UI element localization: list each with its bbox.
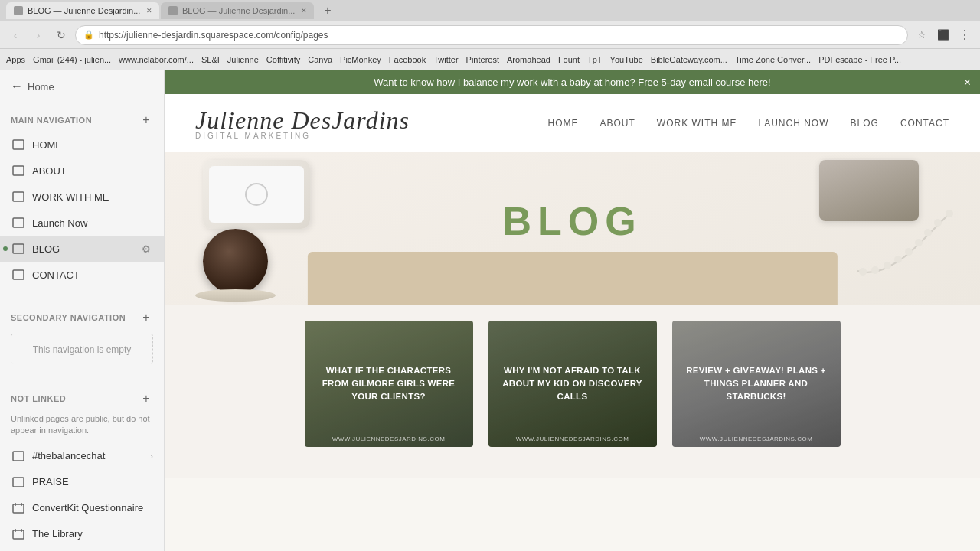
browser-toolbar: ‹ › ↻ 🔒 https://julienne-desjardin.squar… (0, 21, 980, 49)
bookmark-biblegateway[interactable]: BibleGateway.com... (651, 55, 727, 64)
svg-rect-6 (13, 452, 24, 461)
svg-point-25 (934, 219, 942, 227)
blog-settings-gear-icon[interactable]: ⚙ (139, 242, 153, 256)
back-to-home-button[interactable]: ← Home (11, 80, 54, 93)
bookmark-picmonkey[interactable]: PicMonkey (340, 55, 381, 64)
coffee-cup-decoration (203, 229, 276, 302)
bookmark-timezone[interactable]: Time Zone Conver... (735, 55, 811, 64)
bookmark-twitter[interactable]: Twitter (433, 55, 458, 64)
sidebar-item-about-label: ABOUT (32, 165, 153, 177)
not-linked-description: Unlinked pages are public, but do not ap… (0, 410, 164, 443)
blog-card-2-url: WWW.JULIENNEDESJARDINS.COM (488, 435, 657, 442)
blog-card-3[interactable]: REVIEW + GIVEAWAY! PLANS + THINGS PLANNE… (672, 321, 841, 447)
address-text: https://julienne-desjardin.squarespace.c… (99, 30, 900, 41)
tab-favicon-1 (14, 6, 23, 15)
thebalancechat-icon (11, 448, 26, 464)
secondary-nav-header: SECONDARY NAVIGATION + (0, 306, 164, 329)
bookmark-canva[interactable]: Canva (308, 55, 332, 64)
browser-tab-2[interactable]: BLOG — Julienne Desjardin... ✕ (161, 2, 314, 19)
tab-label-1: BLOG — Julienne Desjardin... (28, 6, 140, 15)
ssl-lock-icon: 🔒 (83, 30, 94, 40)
blog-card-1-overlay: WHAT IF THE CHARACTERS FROM GILMORE GIRL… (305, 321, 473, 447)
bookmark-nclabor[interactable]: www.nclabor.com/... (119, 55, 194, 64)
blog-card-2[interactable]: WHY I'M NOT AFRAID TO TALK ABOUT MY KID … (488, 321, 657, 447)
browser-tab-1[interactable]: BLOG — Julienne Desjardin... ✕ (6, 2, 159, 19)
svg-point-26 (924, 229, 932, 236)
sidebar-item-convertkit-questionnaire[interactable]: ConvertKit Questionnaire (0, 495, 164, 521)
blog-card-1[interactable]: WHAT IF THE CHARACTERS FROM GILMORE GIRL… (305, 321, 473, 447)
tab-label-2: BLOG — Julienne Desjardin... (182, 6, 295, 15)
add-main-nav-button[interactable]: + (139, 113, 153, 127)
tab-close-2[interactable]: ✕ (299, 6, 309, 15)
bookmark-star-button[interactable]: ☆ (913, 26, 931, 44)
sidebar-item-the-library[interactable]: The Library (0, 521, 164, 547)
sidebar-item-blog-label: BLOG (32, 243, 133, 255)
not-linked-header: NOT LINKED + (0, 387, 164, 410)
sidebar-item-thebalancechat[interactable]: #thebalancechat › (0, 443, 164, 469)
site-nav-contact[interactable]: CONTACT (900, 118, 949, 129)
bookmark-tpt[interactable]: TpT (587, 55, 603, 64)
site-nav-work-with-me[interactable]: WORK WITH ME (657, 118, 737, 129)
address-bar[interactable]: 🔒 https://julienne-desjardin.squarespace… (75, 25, 908, 45)
blog-page-title: BLOG (502, 175, 642, 267)
bookmark-facebook[interactable]: Facebook (389, 55, 426, 64)
banner-close-button[interactable]: × (964, 76, 971, 90)
site-nav-launch-now[interactable]: LAUNCH NOW (759, 118, 829, 129)
blog-card-2-text: WHY I'M NOT AFRAID TO TALK ABOUT MY KID … (499, 364, 646, 404)
active-indicator (3, 246, 8, 251)
add-not-linked-button[interactable]: + (139, 392, 153, 406)
sidebar-item-home-label: HOME (32, 139, 153, 151)
sidebar-item-contact-label: CONTACT (32, 269, 153, 281)
praise-icon (11, 474, 26, 490)
svg-rect-11 (13, 530, 24, 539)
bookmark-aromahead[interactable]: Aromahead (507, 55, 550, 64)
add-secondary-nav-button[interactable]: + (139, 311, 153, 324)
bookmark-fount[interactable]: Fount (558, 55, 580, 64)
secondary-nav-empty: This navigation is empty (11, 334, 153, 364)
sidebar-item-work-with-me[interactable]: WORK WITH ME (0, 184, 164, 210)
main-navigation-section: MAIN NAVIGATION + HOME ABOUT (0, 103, 164, 294)
sidebar-item-home[interactable]: HOME (0, 132, 164, 158)
back-label: Home (28, 81, 54, 93)
tab-favicon-2 (168, 6, 178, 15)
back-button[interactable]: ‹ (6, 26, 24, 44)
blog-cards-container: WHAT IF THE CHARACTERS FROM GILMORE GIRL… (195, 321, 949, 447)
forward-button[interactable]: › (29, 26, 47, 44)
sidebar-item-blog2[interactable]: BLOG › (0, 547, 164, 551)
bookmark-julienne[interactable]: Julienne (227, 55, 259, 64)
bookmark-sl[interactable]: SL&I (201, 55, 220, 64)
bookmark-youtube[interactable]: YouTube (610, 55, 643, 64)
sidebar-item-praise[interactable]: PRAISE (0, 469, 164, 495)
site-nav-blog[interactable]: BLOG (851, 118, 879, 129)
site-nav-about[interactable]: ABOUT (600, 118, 635, 129)
blog-card-1-url: WWW.JULIENNEDESJARDINS.COM (305, 435, 473, 442)
site-nav-home[interactable]: HOME (548, 118, 579, 129)
menu-button[interactable]: ⋮ (956, 26, 974, 44)
svg-rect-8 (13, 504, 24, 513)
tab-close-1[interactable]: ✕ (145, 6, 154, 15)
bookmark-pinterest[interactable]: Pinterest (466, 55, 499, 64)
bookmark-pdfescape[interactable]: PDFescape - Free P... (818, 55, 901, 64)
home-page-icon (11, 137, 26, 152)
promo-banner: Want to know how I balance my work with … (165, 70, 980, 94)
secondary-nav-title: SECONDARY NAVIGATION (11, 313, 126, 322)
sidebar-item-about[interactable]: ABOUT (0, 158, 164, 184)
site-nav: HOME ABOUT WORK WITH ME LAUNCH NOW BLOG … (548, 118, 949, 129)
sidebar-item-launch-now[interactable]: Launch Now (0, 210, 164, 236)
extensions-button[interactable]: ⬛ (934, 26, 952, 44)
bookmark-gmail[interactable]: Gmail (244) - julien... (33, 55, 111, 64)
bookmark-apps[interactable]: Apps (6, 55, 25, 64)
site-header: Julienne DesJardins Digital Marketing HO… (165, 94, 980, 152)
sidebar-item-blog[interactable]: BLOG ⚙ (0, 236, 164, 262)
banner-text: Want to know how I balance my work with … (374, 77, 770, 88)
reload-button[interactable]: ↻ (52, 26, 70, 44)
hero-section: BLOG (165, 152, 980, 305)
svg-rect-0 (13, 140, 24, 149)
website-preview: Julienne DesJardins Digital Marketing HO… (165, 94, 980, 551)
svg-rect-3 (13, 218, 24, 227)
bookmark-coffitivity[interactable]: Coffitivity (266, 55, 300, 64)
sidebar-item-contact[interactable]: CONTACT (0, 262, 164, 288)
secondary-nav-empty-text: This navigation is empty (33, 344, 132, 355)
new-tab-button[interactable]: + (318, 2, 337, 19)
not-linked-title: NOT LINKED (11, 394, 66, 403)
